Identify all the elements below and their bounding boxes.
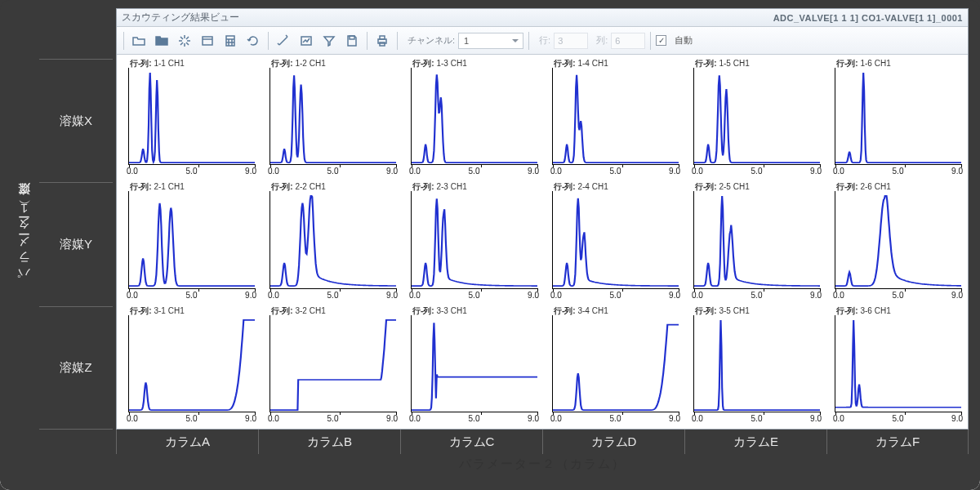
x-ticks: 0.05.09.0 xyxy=(128,414,255,425)
x-ticks: 0.05.09.0 xyxy=(693,167,820,178)
plot-area xyxy=(411,315,537,412)
auto-checkbox[interactable]: ✓ xyxy=(656,35,666,46)
calculator-icon[interactable] xyxy=(220,31,240,51)
panel-titlebar: スカウティング結果ビュー ADC_VALVE[1 1 1] CO1-VALVE[… xyxy=(117,9,968,27)
col-label-item: カラムC xyxy=(400,430,542,454)
row-label-item: 溶媒Y xyxy=(39,182,113,305)
panel-title: スカウティング結果ビュー xyxy=(122,11,773,24)
x-ticks: 0.05.09.0 xyxy=(552,291,679,302)
row-label-item: 溶媒X xyxy=(39,59,113,182)
x-ticks: 0.05.09.0 xyxy=(128,167,255,178)
plot-area xyxy=(835,315,961,412)
plot-area xyxy=(552,315,679,412)
chromatogram-cell[interactable]: 行-列: 2-4 CH10.05.09.0 xyxy=(542,180,684,303)
chromatogram-cell[interactable]: 行-列: 1-5 CH10.05.09.0 xyxy=(684,56,825,180)
x-ticks: 0.05.09.0 xyxy=(552,167,679,178)
row-input: 3 xyxy=(554,33,588,49)
chromatogram-cell[interactable]: 行-列: 3-6 CH10.05.09.0 xyxy=(825,304,966,427)
open-folder-icon[interactable] xyxy=(129,31,149,51)
chromatogram-cell[interactable]: 行-列: 2-6 CH10.05.09.0 xyxy=(825,180,966,303)
x-axis-label: パラメーター２（カラム） xyxy=(116,454,969,474)
x-ticks: 0.05.09.0 xyxy=(693,414,820,425)
y-axis-label: パラメーター１（溶媒） xyxy=(11,59,36,430)
x-ticks: 0.05.09.0 xyxy=(693,291,820,302)
chromatogram-cell[interactable]: 行-列: 1-6 CH10.05.09.0 xyxy=(825,56,966,180)
plot-area xyxy=(270,68,396,165)
plot-area xyxy=(411,191,537,288)
chromatogram-cell[interactable]: 行-列: 3-4 CH10.05.09.0 xyxy=(542,304,684,427)
plot-area xyxy=(128,68,255,165)
svg-rect-0 xyxy=(203,37,212,45)
channel-label: チャンネル: xyxy=(408,34,455,47)
svg-rect-5 xyxy=(380,36,385,39)
chromatogram-cell[interactable]: 行-列: 1-3 CH10.05.09.0 xyxy=(401,56,542,180)
plot-area xyxy=(270,191,396,288)
row-label: 行: xyxy=(539,34,550,47)
plot-area xyxy=(552,68,679,165)
x-ticks: 0.05.09.0 xyxy=(411,291,537,302)
plot-area xyxy=(411,68,537,165)
channel-select[interactable]: 1 xyxy=(458,33,523,49)
row-label-item: 溶媒Z xyxy=(39,306,113,430)
toolbar: チャンネル: 1 行: 3 列: 6 ✓ 自動 xyxy=(117,27,968,55)
x-ticks: 0.05.09.0 xyxy=(270,291,396,302)
chromatogram-cell[interactable]: 行-列: 1-2 CH10.05.09.0 xyxy=(260,56,401,180)
burst-icon[interactable] xyxy=(175,31,194,51)
chromatogram-cell[interactable]: 行-列: 2-1 CH10.05.09.0 xyxy=(118,180,260,303)
chromatogram-cell[interactable]: 行-列: 2-2 CH10.05.09.0 xyxy=(260,180,401,303)
col-input: 6 xyxy=(611,33,645,49)
chromatogram-cell[interactable]: 行-列: 2-3 CH10.05.09.0 xyxy=(401,180,542,303)
col-label-item: カラムA xyxy=(116,430,258,454)
panel-filename: ADC_VALVE[1 1 1] CO1-VALVE[1 1]_0001 xyxy=(773,13,963,23)
x-ticks: 0.05.09.0 xyxy=(411,167,537,178)
plot-area xyxy=(552,191,679,288)
x-ticks: 0.05.09.0 xyxy=(128,291,255,302)
plot-area xyxy=(128,191,255,288)
chromatogram-cell[interactable]: 行-列: 3-3 CH10.05.09.0 xyxy=(401,304,542,427)
svg-rect-1 xyxy=(226,36,234,46)
results-panel: スカウティング結果ビュー ADC_VALVE[1 1 1] CO1-VALVE[… xyxy=(116,8,969,430)
plot-area xyxy=(693,191,820,288)
chromatogram-cell[interactable]: 行-列: 1-1 CH10.05.09.0 xyxy=(118,56,260,180)
plot-area xyxy=(128,315,255,412)
chromatogram-cell[interactable]: 行-列: 2-5 CH10.05.09.0 xyxy=(684,180,825,303)
x-ticks: 0.05.09.0 xyxy=(835,414,961,425)
col-label-item: カラムE xyxy=(684,430,826,454)
plot-area xyxy=(835,68,961,165)
svg-rect-6 xyxy=(380,42,385,46)
chromatogram-cell[interactable]: 行-列: 3-2 CH10.05.09.0 xyxy=(260,304,401,427)
plot-area xyxy=(693,68,820,165)
x-ticks: 0.05.09.0 xyxy=(270,414,396,425)
plot-area xyxy=(693,315,820,412)
chromatogram-cell[interactable]: 行-列: 3-5 CH10.05.09.0 xyxy=(684,304,825,427)
window-icon[interactable] xyxy=(198,31,217,51)
x-ticks: 0.05.09.0 xyxy=(552,414,679,425)
chromatogram-cell[interactable]: 行-列: 1-4 CH10.05.09.0 xyxy=(542,56,684,180)
wand-icon[interactable] xyxy=(274,31,293,51)
col-label-item: カラムB xyxy=(258,430,400,454)
x-ticks: 0.05.09.0 xyxy=(270,167,396,178)
col-label-item: カラムF xyxy=(826,430,969,454)
row-labels: 溶媒X溶媒Y溶媒Z xyxy=(39,59,113,430)
col-label: 列: xyxy=(596,34,608,47)
x-ticks: 0.05.09.0 xyxy=(835,167,961,178)
save-icon[interactable] xyxy=(342,31,362,51)
svg-rect-3 xyxy=(350,36,354,39)
chart-icon[interactable] xyxy=(296,31,316,51)
col-label-item: カラムD xyxy=(542,430,684,454)
auto-label: 自動 xyxy=(675,34,693,47)
folder-icon[interactable] xyxy=(152,31,172,51)
chromatogram-grid: 行-列: 1-1 CH10.05.09.0行-列: 1-2 CH10.05.09… xyxy=(117,55,968,429)
x-ticks: 0.05.09.0 xyxy=(411,414,537,425)
x-ticks: 0.05.09.0 xyxy=(835,291,961,302)
plot-area xyxy=(835,191,961,288)
print-icon[interactable] xyxy=(372,31,392,51)
column-labels: カラムAカラムBカラムCカラムDカラムEカラムF xyxy=(116,430,969,454)
funnel-icon[interactable] xyxy=(319,31,339,51)
refresh-icon[interactable] xyxy=(243,31,263,51)
chromatogram-cell[interactable]: 行-列: 3-1 CH10.05.09.0 xyxy=(118,304,260,427)
plot-area xyxy=(270,315,396,412)
